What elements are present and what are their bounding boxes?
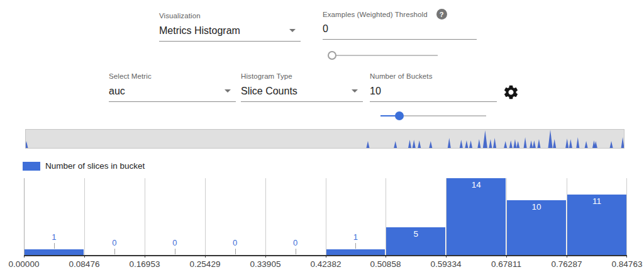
histogram-type-label: Histogram Type xyxy=(241,72,363,80)
slider-handle[interactable] xyxy=(395,111,404,120)
annotation-stem xyxy=(54,243,55,249)
buckets-input[interactable]: 10 xyxy=(370,86,381,96)
bar-value-label: 0 xyxy=(265,238,326,247)
axis-tick-label: 0.08476 xyxy=(69,259,100,269)
axis-tick xyxy=(626,255,627,258)
histogram-type-value: Slice Counts xyxy=(241,86,297,96)
slice-density-spike xyxy=(585,141,588,148)
slice-density-spike xyxy=(483,130,487,148)
legend-swatch xyxy=(23,162,40,171)
threshold-slider[interactable] xyxy=(328,50,442,60)
annotation-stem xyxy=(355,243,356,249)
axis-tick-label: 0.50858 xyxy=(370,259,401,269)
slice-density-spike xyxy=(489,139,492,148)
histogram-type-select[interactable]: Histogram Type Slice Counts xyxy=(241,72,363,102)
slice-density-spike xyxy=(621,137,624,148)
help-icon[interactable]: ? xyxy=(436,9,447,20)
slice-density-spike xyxy=(413,140,416,148)
axis-tick xyxy=(145,255,145,258)
slice-density-spike xyxy=(465,140,468,148)
slice-density-spike xyxy=(418,140,421,148)
slice-density-spike xyxy=(509,140,513,148)
axis-tick-label: 0.00000 xyxy=(9,259,40,269)
slice-density-spike xyxy=(26,141,28,148)
bar-value-label: 5 xyxy=(386,229,446,239)
annotation-stem xyxy=(296,249,296,254)
slice-density-spike xyxy=(530,140,533,148)
slice-density-spike xyxy=(553,139,556,148)
chart-legend: Number of slices in bucket xyxy=(23,161,145,171)
axis-tick xyxy=(205,255,206,258)
legend-label: Number of slices in bucket xyxy=(45,161,145,171)
histogram-bar[interactable] xyxy=(447,178,506,255)
slice-density-spike xyxy=(533,140,536,148)
annotation-stem xyxy=(235,249,236,254)
annotation-stem xyxy=(114,249,115,254)
slice-density-spike xyxy=(569,139,572,148)
slice-density-spike xyxy=(537,139,540,148)
metrics-histogram-panel: Visualization Metrics Histogram Examples… xyxy=(0,0,644,272)
axis-tick-label: 0.84763 xyxy=(612,259,643,269)
axis-tick xyxy=(24,255,25,258)
bar-value-label: 10 xyxy=(506,202,567,212)
gridline xyxy=(626,178,627,255)
slice-density-spike xyxy=(516,141,519,148)
slice-density-spike xyxy=(565,139,569,148)
histogram-plot-area: 1000015141011 xyxy=(24,178,627,256)
threshold-input[interactable]: 0 xyxy=(323,23,328,34)
slice-density-spike xyxy=(524,137,527,148)
slice-density-spike xyxy=(366,141,369,148)
axis-tick xyxy=(446,255,447,258)
axis-tick xyxy=(84,255,85,258)
visualization-label: Visualization xyxy=(159,12,301,20)
slider-track[interactable] xyxy=(332,55,438,56)
axis-tick-label: 0.16953 xyxy=(130,259,160,269)
gridline xyxy=(24,178,25,255)
bar-value-label: 1 xyxy=(24,232,84,242)
buckets-slider[interactable] xyxy=(376,111,491,121)
chevron-down-icon[interactable] xyxy=(225,89,231,93)
slice-density-spike xyxy=(504,141,507,148)
visualization-select[interactable]: Visualization Metrics Histogram xyxy=(159,12,301,42)
axis-tick xyxy=(567,255,567,258)
axis-tick-label: 0.25429 xyxy=(190,259,221,269)
axis-tick xyxy=(265,255,266,258)
bar-value-label: 0 xyxy=(84,238,145,247)
buckets-label: Number of Buckets xyxy=(370,72,497,80)
slice-density-spike xyxy=(448,138,451,148)
chevron-down-icon[interactable] xyxy=(289,29,296,32)
annotation-stem xyxy=(175,249,175,254)
histogram-x-axis: 0.000000.084760.169530.254290.339050.423… xyxy=(24,258,627,271)
slice-density-spike xyxy=(576,137,579,148)
slice-density-spike xyxy=(469,140,472,148)
axis-tick xyxy=(386,255,386,258)
settings-gear-icon[interactable] xyxy=(502,84,519,101)
axis-tick xyxy=(506,255,507,258)
buckets-field[interactable]: Number of Buckets 10 xyxy=(370,72,497,102)
slice-density-spike xyxy=(394,141,397,148)
metric-select[interactable]: Select Metric auc xyxy=(109,72,236,102)
metric-label: Select Metric xyxy=(109,72,236,80)
slice-density-spike xyxy=(548,130,553,148)
histogram-bar[interactable] xyxy=(25,249,84,255)
slider-handle[interactable] xyxy=(328,51,336,60)
axis-tick xyxy=(326,255,326,258)
visualization-value: Metrics Histogram xyxy=(159,25,240,36)
slice-density-spike xyxy=(493,138,496,148)
slice-density-spike xyxy=(513,139,516,148)
bar-value-label: 0 xyxy=(145,238,205,247)
metric-value: auc xyxy=(109,86,125,96)
slice-density-minichart xyxy=(26,130,624,148)
bar-value-label: 14 xyxy=(446,180,506,190)
threshold-label: Examples (Weighted) Threshold xyxy=(323,11,428,18)
histogram-bar[interactable] xyxy=(326,249,386,255)
bar-value-label: 0 xyxy=(205,238,265,247)
range-filter-strip[interactable] xyxy=(25,129,625,149)
chevron-down-icon[interactable] xyxy=(352,89,358,93)
slice-density-spike xyxy=(460,140,463,148)
slice-density-spike xyxy=(408,140,411,148)
slice-density-spike xyxy=(477,139,480,148)
axis-tick-label: 0.59334 xyxy=(431,259,462,269)
threshold-field[interactable]: Examples (Weighted) Threshold ? 0 xyxy=(323,9,477,40)
axis-tick-label: 0.67811 xyxy=(491,259,521,269)
